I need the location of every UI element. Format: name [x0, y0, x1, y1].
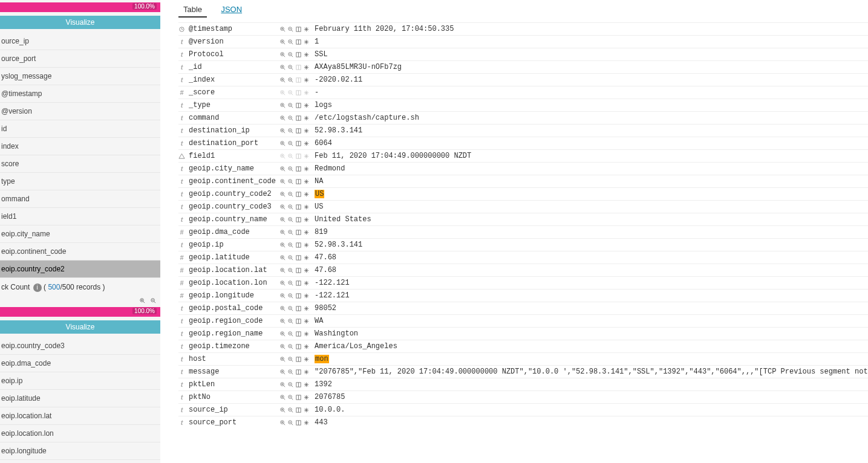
exists-filter-icon[interactable]: [303, 253, 310, 262]
sidebar-field-item[interactable]: ource_ip: [0, 33, 160, 50]
filter-for-icon[interactable]: [279, 152, 286, 160]
toggle-column-icon[interactable]: [295, 25, 302, 33]
exists-filter-icon[interactable]: [303, 126, 310, 135]
exists-filter-icon[interactable]: [303, 291, 310, 300]
toggle-column-icon[interactable]: [295, 253, 302, 262]
toggle-column-icon[interactable]: [295, 304, 302, 312]
filter-out-icon[interactable]: [287, 253, 294, 262]
filter-out-icon[interactable]: [287, 279, 294, 287]
exists-filter-icon[interactable]: [303, 367, 310, 376]
filter-for-icon[interactable]: [279, 393, 286, 401]
exists-filter-icon[interactable]: [303, 190, 310, 198]
toggle-column-icon[interactable]: [295, 228, 302, 236]
sidebar-field-item[interactable]: eoip.country_code3: [0, 337, 160, 355]
exists-filter-icon[interactable]: [303, 25, 310, 33]
sidebar-field-item[interactable]: id: [0, 120, 160, 138]
sidebar-field-item[interactable]: index: [0, 138, 160, 155]
sidebar-field-item[interactable]: eoip.dma_code: [0, 355, 160, 372]
filter-for-icon[interactable]: [279, 139, 286, 147]
filter-out-icon[interactable]: [287, 139, 294, 147]
sidebar-field-item[interactable]: eoip.location.lat: [0, 407, 160, 425]
sidebar-field-item[interactable]: @timestamp: [0, 85, 160, 103]
filter-for-icon[interactable]: [279, 114, 286, 122]
filter-for-icon[interactable]: [279, 88, 286, 97]
tab-table[interactable]: Table: [178, 2, 207, 18]
toggle-column-icon[interactable]: [295, 139, 302, 147]
filter-out-icon[interactable]: [287, 50, 294, 59]
toggle-column-icon[interactable]: [295, 164, 302, 173]
exists-filter-icon[interactable]: [303, 342, 310, 351]
toggle-column-icon[interactable]: [295, 215, 302, 224]
toggle-column-icon[interactable]: [295, 406, 302, 414]
quick-zoom-icons[interactable]: [0, 294, 160, 305]
sidebar-field-item[interactable]: eoip.location.lon: [0, 425, 160, 442]
filter-for-icon[interactable]: [279, 304, 286, 312]
filter-out-icon[interactable]: [287, 215, 294, 224]
filter-for-icon[interactable]: [279, 342, 286, 351]
exists-filter-icon[interactable]: [303, 317, 310, 325]
filter-out-icon[interactable]: [287, 304, 294, 312]
filter-for-icon[interactable]: [279, 126, 286, 135]
filter-for-icon[interactable]: [279, 101, 286, 109]
filter-out-icon[interactable]: [287, 101, 294, 109]
toggle-column-icon[interactable]: [295, 76, 302, 84]
filter-out-icon[interactable]: [287, 202, 294, 211]
filter-out-icon[interactable]: [287, 393, 294, 401]
sidebar-field-item[interactable]: type: [0, 173, 160, 190]
toggle-column-icon[interactable]: [295, 317, 302, 325]
filter-out-icon[interactable]: [287, 177, 294, 186]
exists-filter-icon[interactable]: [303, 50, 310, 59]
filter-for-icon[interactable]: [279, 37, 286, 46]
toggle-column-icon[interactable]: [295, 177, 302, 186]
tab-json[interactable]: JSON: [216, 2, 247, 16]
filter-out-icon[interactable]: [287, 152, 294, 160]
filter-for-icon[interactable]: [279, 190, 286, 198]
exists-filter-icon[interactable]: [303, 76, 310, 84]
filter-out-icon[interactable]: [287, 342, 294, 351]
exists-filter-icon[interactable]: [303, 418, 310, 427]
toggle-column-icon[interactable]: [295, 367, 302, 376]
toggle-column-icon[interactable]: [295, 88, 302, 97]
sidebar-field-item[interactable]: eoip.postal_code: [0, 460, 160, 463]
filter-for-icon[interactable]: [279, 266, 286, 274]
filter-out-icon[interactable]: [287, 25, 294, 33]
filter-out-icon[interactable]: [287, 241, 294, 249]
info-icon[interactable]: i: [33, 283, 42, 292]
toggle-column-icon[interactable]: [295, 126, 302, 135]
filter-for-icon[interactable]: [279, 63, 286, 71]
sidebar-field-item[interactable]: eoip.country_code2: [0, 261, 160, 278]
toggle-column-icon[interactable]: [295, 329, 302, 338]
visualize-button[interactable]: Visualize: [0, 16, 160, 29]
sidebar-field-item[interactable]: ield1: [0, 208, 160, 225]
filter-out-icon[interactable]: [287, 63, 294, 71]
filter-out-icon[interactable]: [287, 88, 294, 97]
toggle-column-icon[interactable]: [295, 63, 302, 71]
exists-filter-icon[interactable]: [303, 202, 310, 211]
exists-filter-icon[interactable]: [303, 241, 310, 249]
sidebar-field-item[interactable]: score: [0, 155, 160, 173]
exists-filter-icon[interactable]: [303, 37, 310, 46]
filter-for-icon[interactable]: [279, 164, 286, 173]
filter-for-icon[interactable]: [279, 253, 286, 262]
filter-for-icon[interactable]: [279, 406, 286, 414]
exists-filter-icon[interactable]: [303, 88, 310, 97]
exists-filter-icon[interactable]: [303, 380, 310, 389]
filter-out-icon[interactable]: [287, 317, 294, 325]
toggle-column-icon[interactable]: [295, 291, 302, 300]
filter-for-icon[interactable]: [279, 215, 286, 224]
filter-for-icon[interactable]: [279, 380, 286, 389]
toggle-column-icon[interactable]: [295, 50, 302, 59]
exists-filter-icon[interactable]: [303, 101, 310, 109]
toggle-column-icon[interactable]: [295, 342, 302, 351]
filter-for-icon[interactable]: [279, 355, 286, 363]
exists-filter-icon[interactable]: [303, 304, 310, 312]
filter-out-icon[interactable]: [287, 418, 294, 427]
filter-for-icon[interactable]: [279, 291, 286, 300]
exists-filter-icon[interactable]: [303, 266, 310, 274]
exists-filter-icon[interactable]: [303, 63, 310, 71]
filter-for-icon[interactable]: [279, 418, 286, 427]
toggle-column-icon[interactable]: [295, 266, 302, 274]
toggle-column-icon[interactable]: [295, 152, 302, 160]
exists-filter-icon[interactable]: [303, 139, 310, 147]
exists-filter-icon[interactable]: [303, 228, 310, 236]
